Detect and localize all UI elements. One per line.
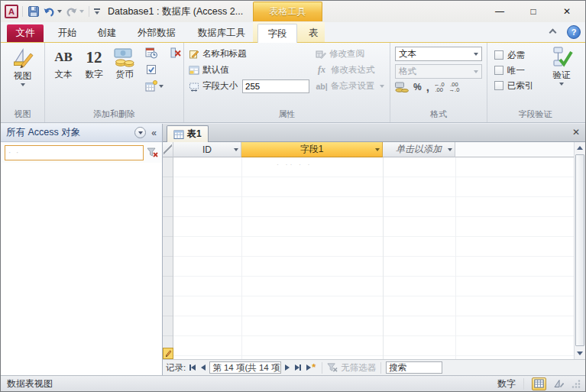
validation-button-label: 验证 xyxy=(553,70,571,81)
record-selector-column[interactable] xyxy=(163,157,173,359)
tab-table[interactable]: 表 xyxy=(300,24,326,42)
column-header-click-to-add[interactable]: 单击以添加 xyxy=(383,142,455,157)
customize-qat-button[interactable] xyxy=(93,7,101,16)
access-app-icon[interactable]: A xyxy=(5,5,18,18)
chevron-up-icon xyxy=(549,29,556,37)
tab-external-data[interactable]: 外部数据 xyxy=(129,24,184,42)
percent-format-button[interactable]: % xyxy=(413,82,422,92)
column-field1-label: 字段1 xyxy=(300,143,324,156)
chevron-down-icon xyxy=(138,131,143,134)
column-id-label: ID xyxy=(202,144,212,155)
click-to-add-dropdown-arrow[interactable] xyxy=(448,148,452,151)
separator xyxy=(380,362,381,374)
increase-decimals-button[interactable]: ←.0 .00 xyxy=(434,82,445,92)
record-position-box[interactable]: 第 14 项(共 14 项) xyxy=(209,361,281,374)
more-fields-button[interactable] xyxy=(144,79,165,93)
column-header-id[interactable]: ID xyxy=(173,142,241,157)
date-time-field-button[interactable] xyxy=(144,45,159,60)
no-filter-button-disabled[interactable]: 无筛选器 xyxy=(327,362,376,374)
datasheet-grid[interactable]: · ·· · · xyxy=(173,157,574,359)
close-button[interactable]: ✕ xyxy=(550,1,584,22)
datasheet-view-button[interactable] xyxy=(532,377,546,390)
maximize-button[interactable]: □ xyxy=(516,1,550,22)
default-value-button[interactable]: 默认值 xyxy=(189,62,309,78)
redo-button[interactable] xyxy=(64,4,85,19)
tab-create[interactable]: 创建 xyxy=(89,24,125,42)
required-checkbox-row[interactable]: 必需 xyxy=(494,47,534,63)
modify-lookups-button-disabled[interactable]: 修改查阅 xyxy=(316,46,384,62)
yes-no-field-button[interactable] xyxy=(144,62,159,76)
scroll-up-button[interactable] xyxy=(575,142,585,154)
first-record-button[interactable] xyxy=(188,362,197,374)
minimize-button[interactable]: — xyxy=(483,1,516,22)
vertical-scrollbar[interactable] xyxy=(574,142,585,359)
shutter-bar-close-button[interactable]: « xyxy=(151,128,157,138)
undo-button[interactable] xyxy=(42,4,63,19)
validation-button[interactable]: 验证 xyxy=(544,45,579,86)
collapse-ribbon-button[interactable] xyxy=(547,30,558,39)
arrow-down-icon xyxy=(577,352,583,355)
design-view-button[interactable] xyxy=(552,377,566,390)
view-button[interactable]: 视图 xyxy=(4,46,42,86)
field-size-input[interactable] xyxy=(242,79,309,93)
tab-file[interactable]: 文件 xyxy=(7,24,44,42)
scrollbar-thumb[interactable] xyxy=(575,154,584,346)
required-checkbox[interactable] xyxy=(494,50,503,60)
column-header-field1-selected[interactable]: 字段1 xyxy=(241,142,383,157)
indexed-checkbox-row[interactable]: 已索引 xyxy=(494,78,534,93)
decrease-decimals-button[interactable]: .00 →.0 xyxy=(449,82,460,92)
previous-record-button[interactable] xyxy=(199,362,207,374)
save-button[interactable] xyxy=(27,4,40,19)
tab-database-tools[interactable]: 数据库工具 xyxy=(189,24,254,42)
record-search-input[interactable]: 搜索 xyxy=(386,361,442,374)
document-area: 表1 ✕ ID 字段1 单击以添加 · ·· · xyxy=(163,124,585,375)
editing-record-selector[interactable] xyxy=(163,348,173,359)
more-fields-icon xyxy=(145,80,157,92)
column-id-dropdown-arrow[interactable] xyxy=(234,148,238,151)
memo-settings-button-disabled[interactable]: ab| 备忘录设置 xyxy=(316,78,384,94)
tab-fields-active[interactable]: 字段 xyxy=(257,24,297,43)
document-tab-table1[interactable]: 表1 xyxy=(167,125,209,142)
format-value: 格式 xyxy=(399,66,416,77)
currency-format-button[interactable] xyxy=(395,82,409,92)
clear-search-button[interactable] xyxy=(147,147,158,158)
document-close-button[interactable]: ✕ xyxy=(572,127,580,138)
name-caption-button[interactable]: 名称和标题 xyxy=(189,46,309,62)
resize-grip[interactable] xyxy=(571,379,581,388)
unique-checkbox-row[interactable]: 唯一 xyxy=(494,63,534,78)
navigation-search-input[interactable]: · · xyxy=(5,145,144,160)
comma-format-button[interactable]: , xyxy=(426,84,429,90)
undo-icon xyxy=(43,6,56,18)
delete-field-button[interactable] xyxy=(168,45,183,60)
quick-access-toolbar: A xyxy=(5,4,101,19)
undo-dropdown-arrow xyxy=(57,10,62,13)
gridline xyxy=(383,157,384,359)
more-fields-arrow xyxy=(159,85,163,88)
group-views: 视图 视图 xyxy=(1,43,45,122)
select-all-corner[interactable] xyxy=(163,142,173,157)
next-record-button[interactable] xyxy=(283,362,291,374)
tab-home[interactable]: 开始 xyxy=(50,24,85,42)
indexed-checkbox[interactable] xyxy=(494,81,503,90)
group-label-add-delete: 添加和删除 xyxy=(45,109,183,120)
format-dropdown-disabled[interactable]: 格式 xyxy=(395,64,482,79)
view-icon xyxy=(11,46,34,69)
data-type-dropdown[interactable]: 文本 xyxy=(395,47,482,61)
currency-field-button[interactable]: 货币 xyxy=(109,44,140,93)
group-field-validation: 必需 唯一 已索引 验证 字段验证 xyxy=(487,43,583,122)
separator xyxy=(89,6,89,17)
navigation-menu-button[interactable] xyxy=(134,127,146,138)
last-record-button[interactable] xyxy=(293,362,303,374)
navigation-pane-body[interactable] xyxy=(1,163,162,392)
navigation-pane-header[interactable]: 所有 Access 对象 « xyxy=(1,124,162,142)
unique-checkbox[interactable] xyxy=(494,66,503,75)
number-field-button[interactable]: 12 数字 xyxy=(79,44,109,93)
modify-expression-button-disabled[interactable]: fx 修改表达式 xyxy=(316,62,384,78)
view-button-label: 视图 xyxy=(14,70,31,82)
column-field1-dropdown-arrow[interactable] xyxy=(375,148,380,151)
group-label-views: 视图 xyxy=(1,109,44,120)
new-record-button[interactable] xyxy=(305,362,317,374)
scroll-down-button[interactable] xyxy=(575,348,585,359)
text-field-button[interactable]: AB 文本 xyxy=(48,44,79,93)
help-button[interactable]: ? xyxy=(567,25,581,39)
